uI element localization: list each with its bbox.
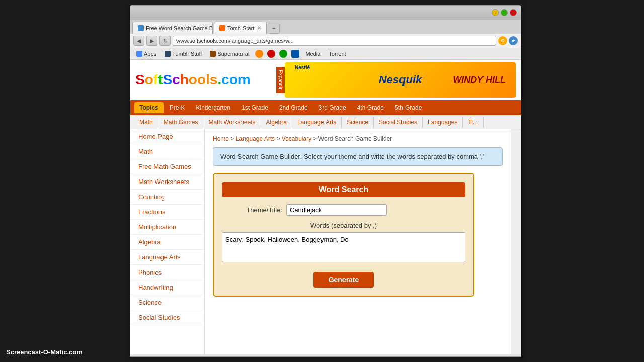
browser-window: _ □ ✕ Free Word Search Game B... ✕ Torch…: [130, 5, 521, 357]
maximize-button[interactable]: □: [501, 9, 508, 16]
subnav-languages[interactable]: Languages: [423, 117, 463, 128]
bookmark-star-icon[interactable]: ★: [509, 36, 518, 45]
words-label: Words (separated by ,): [222, 222, 465, 229]
bookmark-tumblr[interactable]: Tumblr Stuff: [163, 50, 204, 57]
bookmark-torrent[interactable]: Torrent: [327, 50, 348, 57]
word-search-container: Word Search Theme/Title: Words (separate…: [213, 173, 474, 297]
site-content: SoftSchools.com Expandir Nestlé Nesquik …: [130, 60, 521, 354]
tab-favicon-2: [219, 25, 225, 31]
sidebar-item-fractions[interactable]: Fractions: [130, 205, 204, 220]
subnav-science[interactable]: Science: [342, 117, 374, 128]
bookmarks-bar: Apps Tumblr Stuff Supernatural Media Tor…: [130, 48, 521, 60]
site-logo[interactable]: SoftSchools.com: [135, 72, 276, 88]
forward-button[interactable]: ▶: [146, 36, 157, 46]
sidebar-item-freemathgames[interactable]: Free Math Games: [130, 159, 204, 174]
nav-topics[interactable]: Topics: [134, 102, 164, 113]
breadcrumb-current: Word Search Game Builder: [318, 135, 392, 142]
ws-title-bar: Word Search: [222, 182, 465, 197]
sidebar-item-multiplication[interactable]: Multiplication: [130, 220, 204, 235]
address-bar-row: ◀ ▶ ↻ ⚙ ★: [130, 34, 521, 48]
nav-prek[interactable]: Pre-K: [165, 102, 190, 113]
subnav-mathgames[interactable]: Math Games: [158, 117, 204, 128]
tab-torch-start[interactable]: Torch Start ✕: [214, 22, 267, 34]
sidebar-item-mathworksheets[interactable]: Math Worksheets: [130, 174, 204, 190]
back-button[interactable]: ◀: [133, 36, 144, 46]
tab-word-search[interactable]: Free Word Search Game B... ✕: [132, 22, 213, 34]
ws-section-title: Word Search: [319, 185, 368, 194]
orange-bookmark-icon: [255, 50, 263, 58]
generate-button[interactable]: Generate: [313, 272, 374, 288]
bookmark-apps-label: Apps: [144, 51, 156, 57]
nesquik-text: Nesquik: [379, 73, 422, 86]
bookmark-media-label: Media: [305, 51, 320, 57]
nav-4thgrade[interactable]: 4th Grade: [352, 102, 389, 113]
bookmark-media[interactable]: Media: [303, 50, 323, 57]
sidebar-item-phonics[interactable]: Phonics: [130, 265, 204, 280]
new-tab-button[interactable]: +: [268, 24, 280, 34]
search-addon-icon[interactable]: ⚙: [498, 36, 507, 45]
sidebar-item-socialstudies[interactable]: Social Studies: [130, 310, 204, 325]
words-textarea[interactable]: Scary, Spook, Halloween, Boggeyman, Do: [222, 232, 465, 262]
blue-bookmark-icon: [291, 50, 299, 58]
subnav-mathworksheets[interactable]: Math Worksheets: [203, 117, 261, 128]
site-header: SoftSchools.com Expandir Nestlé Nesquik …: [130, 60, 521, 100]
subnav-math[interactable]: Math: [134, 117, 158, 128]
nestle-logo: Nestlé: [295, 65, 310, 70]
breadcrumb-vocabulary[interactable]: Vocabulary: [282, 135, 311, 142]
tab-label-1: Free Word Search Game B...: [146, 25, 213, 31]
main-nav: Topics Pre-K Kindergarten 1st Grade 2nd …: [130, 100, 521, 115]
ad-banner: Nestlé Nesquik WINDY HILL: [285, 62, 516, 98]
sidebar-item-science[interactable]: Science: [130, 295, 204, 310]
reload-button[interactable]: ↻: [159, 36, 171, 46]
sidebar-item-handwriting[interactable]: Handwriting: [130, 280, 204, 295]
tumblr-icon: [165, 51, 171, 57]
info-box: Word Search Game Builder: Select your th…: [213, 147, 503, 166]
bookmark-torrent-label: Torrent: [329, 51, 346, 57]
nav-2ndgrade[interactable]: 2nd Grade: [274, 102, 313, 113]
sidebar-item-math[interactable]: Math: [130, 144, 204, 159]
bookmark-tumblr-label: Tumblr Stuff: [172, 51, 202, 57]
watermark: Screencast-O-Matic.com: [6, 348, 83, 356]
nav-3rdgrade[interactable]: 3rd Grade: [314, 102, 351, 113]
logo-area: SoftSchools.com: [135, 72, 276, 88]
minimize-button[interactable]: _: [492, 9, 499, 16]
sidebar-item-counting[interactable]: Counting: [130, 190, 204, 205]
breadcrumb-languagearts[interactable]: Language Arts: [236, 135, 275, 142]
windy-hill-text: WINDY HILL: [453, 75, 506, 85]
expandir-tab[interactable]: Expandir: [276, 67, 285, 93]
theme-label: Theme/Title:: [222, 206, 282, 214]
main-layout: Home Page Math Free Math Games Math Work…: [130, 129, 521, 354]
address-input[interactable]: [173, 36, 496, 46]
theme-input[interactable]: [286, 204, 387, 216]
sidebar-item-algebra[interactable]: Algebra: [130, 235, 204, 250]
red-bookmark-icon: [267, 50, 275, 58]
close-button[interactable]: ✕: [510, 9, 517, 16]
sidebar-item-languagearts[interactable]: Language Arts: [130, 250, 204, 265]
tab-close-2[interactable]: ✕: [257, 25, 261, 31]
tab-label-2: Torch Start: [227, 25, 254, 31]
title-bar: _ □ ✕: [130, 6, 521, 20]
right-sidebar: [511, 129, 521, 354]
info-text: Word Search Game Builder: Select your th…: [220, 153, 484, 160]
breadcrumb: Home > Language Arts > Vocabulary > Word…: [213, 135, 503, 142]
bookmark-apps[interactable]: Apps: [134, 50, 158, 57]
breadcrumb-home[interactable]: Home: [213, 135, 229, 142]
nav-1stgrade[interactable]: 1st Grade: [236, 102, 273, 113]
subnav-more[interactable]: Ti...: [463, 117, 484, 128]
sub-nav: Math Math Games Math Worksheets Algebra …: [130, 115, 521, 129]
bookmark-supernatural[interactable]: Supernatural: [208, 50, 251, 57]
supernatural-icon: [210, 51, 216, 57]
nav-5thgrade[interactable]: 5th Grade: [390, 102, 427, 113]
content-area: Home > Language Arts > Vocabulary > Word…: [205, 129, 511, 354]
bookmark-supernatural-label: Supernatural: [217, 51, 249, 57]
subnav-algebra[interactable]: Algebra: [261, 117, 292, 128]
theme-row: Theme/Title:: [222, 204, 465, 216]
subnav-socialstudies[interactable]: Social Studies: [374, 117, 423, 128]
sidebar-item-homepage[interactable]: Home Page: [130, 129, 204, 144]
nav-kindergarten[interactable]: Kindergarten: [191, 102, 235, 113]
sidebar: Home Page Math Free Math Games Math Work…: [130, 129, 205, 354]
tab-favicon-1: [138, 25, 144, 31]
tab-bar: Free Word Search Game B... ✕ Torch Start…: [130, 20, 521, 34]
subnav-languagearts[interactable]: Language Arts: [292, 117, 342, 128]
apps-icon: [136, 51, 142, 57]
